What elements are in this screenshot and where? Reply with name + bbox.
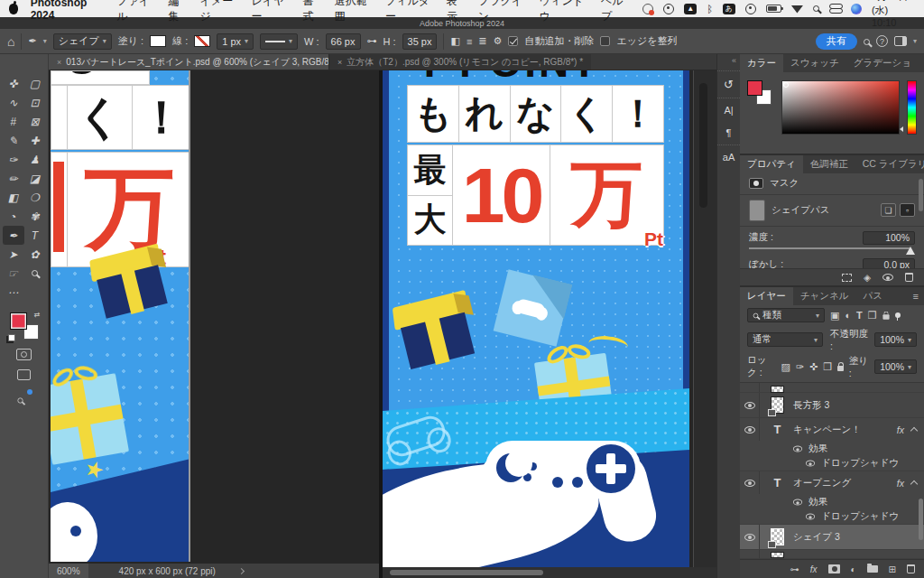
filter-lock-icon[interactable] [882, 314, 889, 319]
tab-cc-libraries[interactable]: CC ライブラリ [855, 155, 924, 173]
add-mask-button[interactable]: ❏ [881, 203, 896, 217]
layer-visibility-icon[interactable] [744, 534, 755, 541]
layer-row-opening[interactable]: T オープニング fx [740, 471, 924, 494]
pen-tool-icon[interactable]: ✒ [28, 35, 36, 47]
tool-preset-chevron-icon[interactable]: ▾ [43, 37, 47, 45]
delete-mask-icon[interactable] [905, 273, 913, 282]
hand-tool[interactable]: ☞ [3, 264, 24, 283]
new-layer-icon[interactable]: ⊞ [889, 564, 896, 574]
delete-layer-icon[interactable] [907, 564, 915, 573]
document-info[interactable]: 420 px x 600 px (72 ppi) [119, 566, 216, 576]
home-icon[interactable]: ⌂ [7, 34, 14, 49]
tool-mode-select[interactable]: シェイプ▾ [53, 33, 112, 50]
screen-record-icon[interactable] [642, 3, 653, 15]
tab-gradients[interactable]: グラデーショ [846, 54, 919, 72]
canvas-600-percent[interactable]: もれなく！ く ！ 万 Pt [51, 70, 190, 562]
drop-shadow-row[interactable]: ドロップシャドウ [740, 456, 924, 471]
layer-filter-select[interactable]: 種類 ▾ [747, 308, 825, 322]
layer-style-icon[interactable]: fx [810, 564, 818, 574]
search-icon[interactable] [864, 36, 870, 47]
sync-settings-icon[interactable] [17, 391, 31, 403]
custom-shape-tool[interactable]: ✿ [24, 245, 46, 264]
shape-path-thumbnail[interactable] [749, 200, 765, 221]
blend-mode-select[interactable]: 通常▾ [747, 332, 823, 347]
tab-properties[interactable]: プロパティ [740, 155, 803, 173]
horizontal-scroll-thumb[interactable] [390, 570, 543, 575]
layer-thumbnail[interactable] [771, 396, 784, 414]
document-tab-inactive[interactable]: × 立方体（T2）.psd @ 300% (リモコン のコピー, RGB/8*)… [328, 54, 591, 70]
horizontal-scrollbar[interactable] [383, 567, 716, 578]
effect-visibility-icon[interactable] [806, 461, 815, 467]
path-selection-tool[interactable]: ➤ [3, 245, 24, 264]
app-menu[interactable]: Photoshop 2024 [31, 0, 105, 22]
path-options-gear-icon[interactable]: ⚙ [494, 35, 503, 47]
glyphs-panel-icon[interactable]: aA [723, 152, 735, 163]
adjustment-layer-icon[interactable]: ◐ [851, 564, 856, 574]
color-fg-bg-swatches[interactable] [747, 80, 774, 107]
properties-scrollbar-thumb[interactable] [919, 179, 923, 211]
collapse-effects-icon[interactable] [910, 480, 918, 488]
tab-swatches[interactable]: スウォッチ [783, 54, 846, 72]
path-alignment-icon[interactable]: ≡ [467, 36, 472, 47]
menu-file[interactable]: ファイル [116, 0, 155, 24]
quick-mask-mode-icon[interactable] [16, 349, 32, 360]
layer-row-partial[interactable] [740, 383, 924, 393]
vector-mask-button[interactable]: ▫ [900, 203, 915, 217]
menu-image[interactable]: イメージ [200, 0, 239, 24]
tab-layers[interactable]: レイヤー [740, 287, 793, 305]
layer-visibility-icon[interactable] [744, 480, 755, 487]
color-saturation-field[interactable] [781, 80, 900, 135]
type-tool[interactable]: T [24, 226, 46, 245]
fill-field[interactable]: 100%▾ [874, 359, 917, 374]
blur-tool[interactable]: ❍ [24, 188, 46, 207]
layer-row-partial[interactable] [740, 550, 924, 559]
stroke-width-field[interactable]: 1 px▾ [217, 33, 254, 50]
tab-channels[interactable]: チャンネル [793, 287, 856, 305]
object-selection-tool[interactable]: ⊡ [24, 93, 46, 112]
layers-scrollbar-thumb[interactable] [919, 499, 923, 540]
close-tab-icon[interactable]: × [337, 58, 342, 67]
input-source-icon[interactable]: あ [723, 3, 735, 15]
align-edges-checkbox[interactable] [600, 36, 610, 46]
slice-tool[interactable]: ⊠ [24, 112, 46, 131]
menu-layer[interactable]: レイヤー [252, 0, 291, 24]
filter-type-icon[interactable]: T [856, 310, 863, 321]
user-account-icon[interactable] [745, 3, 756, 15]
menu-edit[interactable]: 編集 [168, 0, 187, 24]
pencil-tool[interactable]: ✑ [3, 150, 24, 169]
menu-help[interactable]: ヘルプ [601, 0, 630, 24]
siri-icon[interactable] [851, 3, 862, 15]
shape-width-field[interactable]: 66 px [326, 33, 361, 50]
vertical-scrollbar[interactable] [693, 70, 716, 567]
layer-row-campaign[interactable]: T キャンペーン！ fx [740, 418, 924, 441]
screen-mode-icon[interactable] [17, 369, 31, 380]
help-icon[interactable]: ? [876, 35, 888, 47]
apply-mask-icon[interactable]: ◈ [864, 272, 871, 283]
layer-fx-badge[interactable]: fx [897, 424, 904, 435]
close-tab-icon[interactable]: × [57, 58, 61, 67]
density-value-field[interactable]: 100% [863, 231, 915, 245]
layer-fx-badge[interactable]: fx [897, 478, 904, 489]
tab-color[interactable]: カラー [740, 54, 783, 72]
foreground-color-swatch[interactable] [10, 312, 27, 330]
effect-visibility-icon[interactable] [793, 499, 802, 505]
collapse-effects-icon[interactable] [910, 427, 918, 434]
edit-toolbar-icon[interactable]: ⋯ [3, 283, 24, 302]
menu-window[interactable]: ウィンドウ [540, 0, 588, 24]
link-layers-icon[interactable]: ⊶ [790, 564, 799, 574]
document-window-2[interactable]: T-POINT も れ な く ！ 最 大 [383, 70, 716, 578]
stroke-style-select[interactable]: ▾ [260, 33, 298, 50]
auto-add-delete-checkbox[interactable] [508, 36, 518, 46]
marquee-tool[interactable]: ▢ [24, 74, 46, 93]
lock-paint-icon[interactable]: ✑ [796, 361, 804, 373]
move-tool[interactable]: ✜ [3, 74, 24, 93]
eraser-tool[interactable]: ◪ [24, 169, 46, 188]
opacity-field[interactable]: 100%▾ [874, 332, 917, 347]
smudge-tool[interactable]: ✾ [24, 207, 46, 226]
add-mask-icon[interactable] [828, 564, 840, 573]
wifi-icon[interactable] [791, 3, 803, 15]
filter-shape-icon[interactable]: ❒ [868, 310, 877, 322]
link-dimensions-icon[interactable]: ⊶ [367, 35, 377, 47]
canvas-300-percent[interactable]: T-POINT も れ な く ！ 最 大 [383, 70, 689, 567]
mask-visibility-icon[interactable] [882, 274, 893, 281]
